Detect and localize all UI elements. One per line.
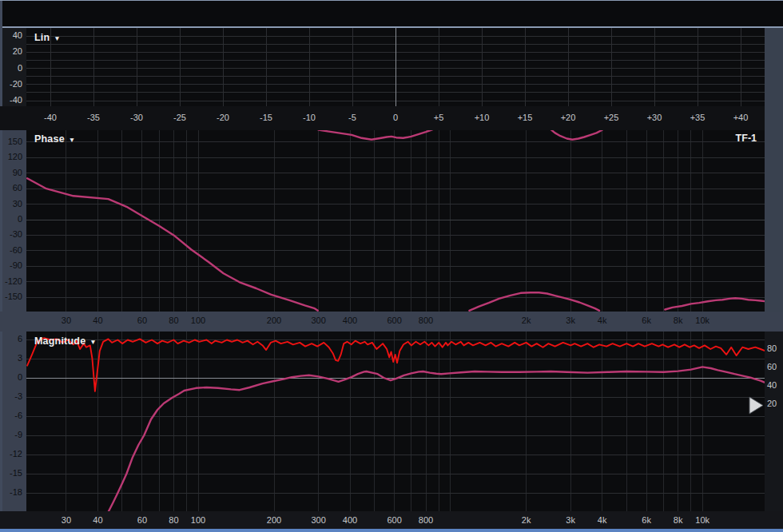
tick-label: 600 bbox=[382, 515, 407, 526]
tick-label: 2k bbox=[514, 515, 539, 526]
tick-label: 8k bbox=[666, 316, 691, 326]
tick-label: 30 bbox=[1, 199, 22, 209]
tick-label: 40 bbox=[85, 515, 110, 526]
tick-label: -40 bbox=[1, 95, 22, 105]
tick-label: -35 bbox=[81, 113, 106, 123]
tick-label: 20 bbox=[1, 46, 22, 57]
tick-label: 40 bbox=[85, 316, 110, 326]
tick-label: 2k bbox=[514, 316, 539, 326]
phase-plot-area[interactable] bbox=[26, 130, 765, 312]
coherence-axis-margin bbox=[765, 332, 783, 511]
tick-label: -12 bbox=[1, 449, 22, 459]
magnitude-plot-area[interactable] bbox=[26, 332, 765, 511]
magnitude-label: Magnitude bbox=[34, 335, 85, 347]
tick-label: -18 bbox=[1, 487, 22, 498]
tick-label: 150 bbox=[1, 137, 22, 147]
tick-label: 90 bbox=[1, 168, 22, 178]
magnitude-type-dropdown[interactable]: Magnitude▼ bbox=[34, 335, 97, 347]
tick-label: 3k bbox=[558, 316, 583, 326]
lin-type-dropdown[interactable]: Lin▼ bbox=[34, 32, 61, 43]
tick-label: 20 bbox=[767, 399, 781, 409]
tick-label: 30 bbox=[54, 316, 79, 326]
tick-label: 30 bbox=[54, 515, 79, 526]
top-bar bbox=[0, 1, 783, 26]
tick-label: 200 bbox=[261, 316, 287, 326]
tick-label: 4k bbox=[590, 515, 615, 526]
gridlines bbox=[26, 130, 765, 312]
right-side-strip bbox=[765, 28, 783, 332]
tick-label: 80 bbox=[161, 316, 186, 326]
tick-label: 200 bbox=[261, 515, 287, 526]
tick-label: +5 bbox=[426, 113, 451, 123]
tick-label: 6k bbox=[634, 515, 659, 526]
tick-label: 300 bbox=[306, 316, 332, 326]
tick-label: 40 bbox=[1, 30, 22, 41]
tick-label: 600 bbox=[382, 316, 407, 326]
tick-label: -30 bbox=[1, 229, 22, 240]
right-arrow-icon bbox=[748, 395, 765, 415]
tick-label: +10 bbox=[469, 113, 495, 123]
lin-chart-svg bbox=[26, 28, 765, 106]
tick-label: 3k bbox=[558, 515, 583, 526]
tick-label: -5 bbox=[340, 113, 365, 123]
app-window: Lin▼ Phase▼ TF-1 Magnitude▼ 40200-20-40-… bbox=[0, 0, 783, 532]
tick-label: +25 bbox=[598, 113, 624, 123]
window-bottom-border bbox=[0, 529, 783, 532]
plot-flyout-button[interactable] bbox=[748, 395, 765, 415]
tick-label: 120 bbox=[1, 152, 22, 162]
tick-label: 0 bbox=[1, 63, 22, 73]
tick-label: 6k bbox=[634, 316, 659, 326]
tick-label: 100 bbox=[185, 316, 211, 326]
tick-label: 800 bbox=[413, 316, 439, 326]
tick-label: +15 bbox=[512, 113, 538, 123]
dropdown-caret-icon: ▼ bbox=[69, 136, 76, 144]
tick-label: 10k bbox=[690, 515, 715, 526]
tick-label: 0 bbox=[1, 372, 22, 383]
tick-label: 400 bbox=[337, 515, 363, 526]
dropdown-caret-icon: ▼ bbox=[89, 338, 97, 346]
tick-label: 40 bbox=[767, 380, 781, 391]
tick-label: -120 bbox=[1, 276, 22, 287]
dropdown-caret-icon: ▼ bbox=[54, 34, 61, 42]
tick-label: 6 bbox=[1, 334, 22, 344]
tick-label: +30 bbox=[642, 113, 667, 123]
tick-label: 8k bbox=[666, 515, 691, 526]
tick-label: -150 bbox=[1, 292, 22, 302]
tick-label: -10 bbox=[296, 113, 322, 123]
tick-label: 800 bbox=[413, 515, 439, 526]
tick-label: -15 bbox=[253, 113, 279, 123]
tick-label: -30 bbox=[124, 113, 149, 123]
tick-label: -40 bbox=[38, 113, 63, 123]
tick-label: +35 bbox=[685, 113, 710, 123]
tick-label: -20 bbox=[1, 79, 22, 89]
tick-label: 100 bbox=[185, 515, 211, 526]
magnitude-trace bbox=[109, 367, 765, 511]
tick-label: 60 bbox=[1, 183, 22, 193]
tick-label: 80 bbox=[767, 343, 781, 354]
phase-label: Phase bbox=[34, 133, 65, 145]
tick-label: 80 bbox=[161, 515, 186, 526]
lin-label: Lin bbox=[34, 32, 50, 43]
gridlines bbox=[26, 28, 765, 106]
tick-label: 10k bbox=[690, 316, 715, 326]
tick-label: -25 bbox=[167, 113, 193, 123]
tick-label: -20 bbox=[210, 113, 236, 123]
tick-label: -90 bbox=[1, 260, 22, 271]
tick-label: +20 bbox=[555, 113, 581, 123]
tick-label: 60 bbox=[129, 316, 155, 326]
active-trace-label: TF-1 bbox=[736, 133, 757, 144]
tick-label: 3 bbox=[1, 353, 22, 363]
magnitude-chart-svg bbox=[26, 332, 765, 511]
tick-label: -6 bbox=[1, 411, 22, 421]
tick-label: 60 bbox=[767, 362, 781, 372]
tick-label: -60 bbox=[1, 245, 22, 256]
phase-trace bbox=[27, 130, 765, 311]
tick-label: +40 bbox=[728, 113, 753, 123]
tick-label: 4k bbox=[590, 316, 615, 326]
lin-plot-area[interactable] bbox=[26, 28, 765, 106]
tick-label: -15 bbox=[1, 468, 22, 478]
phase-type-dropdown[interactable]: Phase▼ bbox=[34, 133, 75, 145]
tick-label: 0 bbox=[1, 214, 22, 224]
tick-label: 60 bbox=[129, 515, 155, 526]
coherence-trace bbox=[27, 338, 765, 391]
